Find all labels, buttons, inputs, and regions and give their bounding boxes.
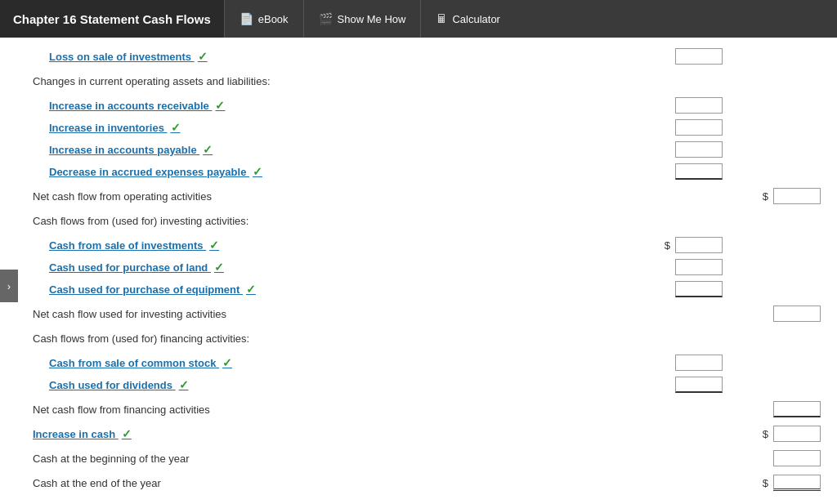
loss-on-sale-check: ✓ <box>198 50 208 63</box>
increase-cash-dollar: $ <box>763 428 768 440</box>
increase-ap-label[interactable]: Increase in accounts payable ✓ <box>33 143 657 156</box>
tab-calculator[interactable]: 🖩 Calculator <box>420 0 515 38</box>
investing-header-label: Cash flows from (used for) investing act… <box>33 215 821 227</box>
increase-cash-label[interactable]: Increase in cash ✓ <box>33 427 657 440</box>
row-cash-beginning: Cash at the beginning of the year <box>33 448 821 468</box>
cash-common-stock-label[interactable]: Cash from sale of common stock ✓ <box>33 356 657 369</box>
decrease-accrued-input-col <box>657 163 723 180</box>
cash-investments-label[interactable]: Cash from sale of investments ✓ <box>33 239 657 252</box>
increase-cash-input-col: $ <box>723 426 821 442</box>
ebook-icon: 📄 <box>239 12 253 25</box>
cash-dividends-label[interactable]: Cash used for dividends ✓ <box>33 378 657 391</box>
cash-purchase-equipment-label[interactable]: Cash used for purchase of equipment ✓ <box>33 283 657 296</box>
app-title: Chapter 16 Statement Cash Flows <box>0 0 224 38</box>
cash-end-dollar: $ <box>763 477 768 489</box>
loss-on-sale-input-col <box>657 48 723 65</box>
loss-on-sale-label[interactable]: Loss on sale of investments ✓ <box>33 50 657 63</box>
cash-purchase-land-input[interactable] <box>675 259 723 275</box>
cash-investments-dollar: $ <box>665 239 670 252</box>
cash-end-label: Cash at the end of the year <box>33 477 657 489</box>
row-increase-ap: Increase in accounts payable ✓ <box>33 140 821 159</box>
row-net-cash-operating: Net cash flow from operating activities … <box>33 186 821 206</box>
cash-common-stock-check: ✓ <box>222 356 232 369</box>
cash-purchase-land-input-col <box>657 259 723 275</box>
cash-purchase-equipment-input[interactable] <box>675 281 723 297</box>
tab-ebook-label: eBook <box>258 13 289 25</box>
row-cash-purchase-land: Cash used for purchase of land ✓ <box>33 257 821 277</box>
cash-common-stock-input[interactable] <box>675 355 723 371</box>
decrease-accrued-label[interactable]: Decrease in accrued expenses payable ✓ <box>33 165 657 178</box>
cash-common-stock-input-col <box>657 355 723 371</box>
row-increase-inv: Increase in inventories ✓ <box>33 118 821 137</box>
increase-ar-label[interactable]: Increase in accounts receivable ✓ <box>33 99 657 112</box>
title-bar: Chapter 16 Statement Cash Flows 📄 eBook … <box>0 0 837 38</box>
cash-dividends-input[interactable] <box>675 377 723 393</box>
cash-dividends-input-col <box>657 377 723 393</box>
cash-dividends-check: ✓ <box>179 378 189 391</box>
net-cash-financing-input-col <box>723 401 821 417</box>
increase-inv-check: ✓ <box>171 121 181 134</box>
increase-ar-input-col <box>657 97 723 114</box>
increase-ap-check: ✓ <box>203 143 213 156</box>
row-decrease-accrued: Decrease in accrued expenses payable ✓ <box>33 162 821 181</box>
net-cash-investing-input[interactable] <box>773 306 821 322</box>
cash-purchase-land-label[interactable]: Cash used for purchase of land ✓ <box>33 261 657 274</box>
cash-investments-input[interactable] <box>675 237 723 253</box>
row-cash-purchase-equipment: Cash used for purchase of equipment ✓ <box>33 279 821 299</box>
row-increase-cash: Increase in cash ✓ $ <box>33 424 821 444</box>
cash-purchase-equipment-input-col <box>657 281 723 297</box>
changes-header-label: Changes in current operating assets and … <box>33 75 821 87</box>
increase-cash-input[interactable] <box>773 426 821 442</box>
cash-purchase-land-check: ✓ <box>214 261 224 274</box>
row-cash-dividends: Cash used for dividends ✓ <box>33 375 821 395</box>
row-cash-investments: Cash from sale of investments ✓ $ <box>33 235 821 255</box>
net-cash-operating-dollar: $ <box>763 190 768 203</box>
nav-tabs: 📄 eBook 🎬 Show Me How 🖩 Calculator <box>224 0 515 38</box>
calculator-icon: 🖩 <box>436 12 447 25</box>
row-cash-common-stock: Cash from sale of common stock ✓ <box>33 353 821 372</box>
row-increase-ar: Increase in accounts receivable ✓ <box>33 96 821 115</box>
tab-show-me-how-label: Show Me How <box>338 13 406 25</box>
row-loss-on-sale: Loss on sale of investments ✓ <box>33 47 821 66</box>
increase-inv-label[interactable]: Increase in inventories ✓ <box>33 121 657 134</box>
decrease-accrued-input[interactable] <box>675 163 723 180</box>
row-investing-header: Cash flows from (used for) investing act… <box>33 211 821 230</box>
financing-header-label: Cash flows from (used for) financing act… <box>33 332 821 345</box>
increase-ap-input[interactable] <box>675 141 723 158</box>
cash-beginning-input[interactable] <box>773 450 821 466</box>
app-title-text: Chapter 16 Statement Cash Flows <box>13 12 211 26</box>
cash-beginning-input-col <box>723 450 821 466</box>
cash-end-input-col: $ <box>723 475 821 491</box>
increase-ar-check: ✓ <box>215 99 225 112</box>
cash-purchase-equipment-check: ✓ <box>246 283 256 296</box>
tab-calculator-label: Calculator <box>452 13 500 25</box>
tab-show-me-how[interactable]: 🎬 Show Me How <box>303 0 421 38</box>
row-net-cash-investing: Net cash flow used for investing activit… <box>33 304 821 323</box>
cash-investments-input-col: $ <box>657 237 723 253</box>
side-arrow-button[interactable]: › <box>0 270 18 302</box>
loss-on-sale-input[interactable] <box>675 48 723 65</box>
main-content: Loss on sale of investments ✓ Changes in… <box>0 38 837 504</box>
increase-cash-check: ✓ <box>122 427 132 440</box>
net-cash-operating-input-col: $ <box>723 188 821 204</box>
cash-end-input[interactable] <box>773 475 821 491</box>
tab-ebook[interactable]: 📄 eBook <box>224 0 303 38</box>
row-net-cash-financing: Net cash flow from financing activities <box>33 399 821 419</box>
increase-ar-input[interactable] <box>675 97 723 114</box>
row-cash-end: Cash at the end of the year $ <box>33 473 821 493</box>
increase-ap-input-col <box>657 141 723 158</box>
net-cash-operating-label: Net cash flow from operating activities <box>33 190 657 203</box>
row-changes-header: Changes in current operating assets and … <box>33 71 821 91</box>
net-cash-operating-input[interactable] <box>773 188 821 204</box>
decrease-accrued-check: ✓ <box>253 165 262 178</box>
net-cash-investing-label: Net cash flow used for investing activit… <box>33 308 657 320</box>
net-cash-investing-input-col <box>723 306 821 322</box>
cash-beginning-label: Cash at the beginning of the year <box>33 453 657 465</box>
row-financing-header: Cash flows from (used for) financing act… <box>33 328 821 348</box>
increase-inv-input-col <box>657 119 723 136</box>
increase-inv-input[interactable] <box>675 119 723 136</box>
net-cash-financing-input[interactable] <box>773 401 821 417</box>
net-cash-financing-label: Net cash flow from financing activities <box>33 404 657 416</box>
cash-investments-check: ✓ <box>209 239 219 252</box>
video-icon: 🎬 <box>319 12 333 25</box>
